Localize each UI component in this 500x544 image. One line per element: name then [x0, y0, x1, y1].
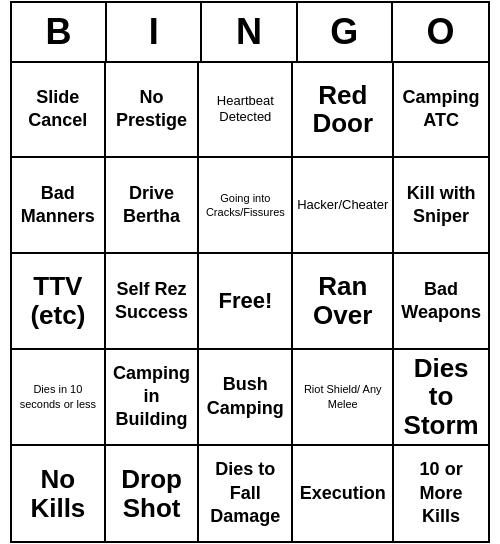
bingo-header: BINGO — [12, 3, 488, 63]
bingo-grid: Slide CancelNo PrestigeHeartbeat Detecte… — [12, 63, 488, 542]
header-letter: G — [298, 3, 393, 61]
bingo-cell: Red Door — [293, 63, 394, 159]
bingo-cell: Kill with Sniper — [394, 158, 488, 254]
bingo-cell: Going into Cracks/Fissures — [199, 158, 293, 254]
bingo-cell: Camping in Building — [106, 350, 200, 446]
bingo-card: BINGO Slide CancelNo PrestigeHeartbeat D… — [10, 1, 490, 544]
bingo-cell: No Kills — [12, 446, 106, 542]
bingo-cell: Dies in 10 seconds or less — [12, 350, 106, 446]
bingo-cell: Hacker/Cheater — [293, 158, 394, 254]
bingo-cell: TTV (etc) — [12, 254, 106, 350]
bingo-cell: Riot Shield/ Any Melee — [293, 350, 394, 446]
bingo-cell: Ran Over — [293, 254, 394, 350]
bingo-cell: No Prestige — [106, 63, 200, 159]
bingo-cell: Dies to Fall Damage — [199, 446, 293, 542]
bingo-cell: Free! — [199, 254, 293, 350]
bingo-cell: Bad Manners — [12, 158, 106, 254]
bingo-cell: Execution — [293, 446, 394, 542]
bingo-cell: Bad Weapons — [394, 254, 488, 350]
bingo-cell: Bush Camping — [199, 350, 293, 446]
header-letter: I — [107, 3, 202, 61]
bingo-cell: Camping ATC — [394, 63, 488, 159]
header-letter: B — [12, 3, 107, 61]
bingo-cell: Drop Shot — [106, 446, 200, 542]
bingo-cell: Slide Cancel — [12, 63, 106, 159]
bingo-cell: 10 or More Kills — [394, 446, 488, 542]
header-letter: O — [393, 3, 488, 61]
header-letter: N — [202, 3, 297, 61]
bingo-cell: Self Rez Success — [106, 254, 200, 350]
bingo-cell: Drive Bertha — [106, 158, 200, 254]
bingo-cell: Dies to Storm — [394, 350, 488, 446]
bingo-cell: Heartbeat Detected — [199, 63, 293, 159]
